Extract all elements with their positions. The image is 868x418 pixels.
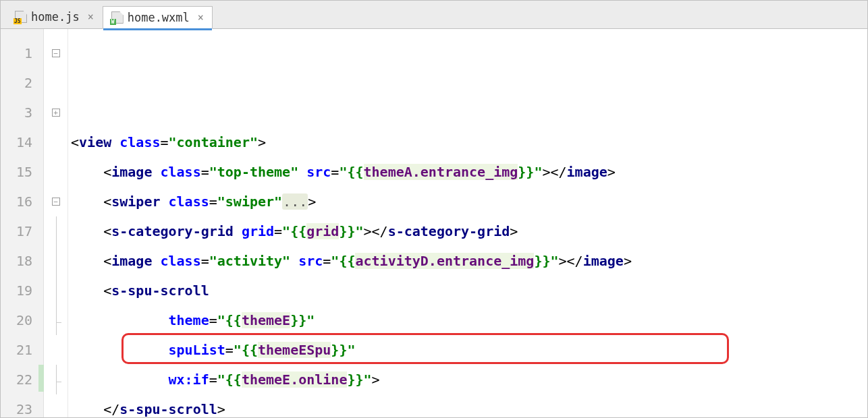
code-line[interactable]: <s-category-grid grid="{{grid}}"></s-cat… bbox=[71, 216, 867, 246]
fold-gutter-spacer bbox=[44, 246, 67, 276]
close-icon[interactable]: × bbox=[88, 11, 94, 23]
fold-end-marker bbox=[44, 305, 67, 335]
token-tag: s-category-grid bbox=[111, 223, 242, 239]
fold-gutter-spacer bbox=[44, 68, 67, 98]
code-area[interactable]: <view class="container"> <image class="t… bbox=[68, 29, 867, 417]
token-punct: = bbox=[201, 253, 209, 269]
token-br: > bbox=[559, 253, 567, 269]
fold-gutter-spacer bbox=[44, 335, 67, 365]
token-tag: image bbox=[111, 164, 160, 180]
line-number: 1 bbox=[1, 38, 32, 68]
wxml-file-icon: W bbox=[111, 11, 124, 24]
token-attr: src bbox=[306, 164, 331, 180]
token-str: }}" bbox=[290, 312, 315, 328]
token-str: }}" bbox=[518, 164, 542, 180]
fold-toggle[interactable]: − bbox=[44, 187, 67, 216]
editor-area: 12314151617181920212223 −+− <view class=… bbox=[1, 29, 867, 417]
line-number: 18 bbox=[1, 246, 32, 276]
fold-collapse-icon[interactable]: − bbox=[52, 49, 60, 57]
token-str: "activity" bbox=[209, 253, 298, 269]
code-line[interactable]: theme="{{themeE}}" bbox=[71, 305, 867, 335]
token-punct: = bbox=[274, 223, 282, 239]
close-icon[interactable]: × bbox=[198, 11, 204, 24]
line-number: 16 bbox=[1, 187, 32, 216]
token-br: > bbox=[364, 223, 372, 239]
token-tag: s-spu-scroll bbox=[111, 282, 209, 299]
token-punct: = bbox=[331, 164, 339, 180]
line-number: 15 bbox=[1, 157, 32, 187]
token-str: }}" bbox=[534, 253, 558, 269]
token-attr: theme bbox=[169, 312, 209, 328]
line-number: 22 bbox=[1, 365, 32, 394]
fold-gutter-spacer bbox=[44, 276, 67, 305]
token-punct: = bbox=[209, 312, 217, 328]
fold-gutter-spacer bbox=[44, 394, 67, 418]
line-number: 19 bbox=[1, 276, 32, 305]
token-attr: grid bbox=[242, 223, 274, 239]
token-br: < bbox=[103, 164, 111, 180]
token-br: > bbox=[372, 371, 380, 388]
token-br: > bbox=[624, 253, 632, 269]
token-attr: class bbox=[160, 253, 200, 269]
line-number: 20 bbox=[1, 305, 32, 335]
token-br: < bbox=[103, 193, 111, 210]
fold-toggle[interactable]: + bbox=[44, 98, 67, 127]
token-br: < bbox=[103, 282, 111, 299]
token-expr: themeE.online bbox=[242, 371, 348, 388]
token-punct: = bbox=[160, 134, 168, 150]
token-str: "swiper" bbox=[217, 193, 282, 210]
token-punct: = bbox=[209, 371, 217, 388]
token-tag: swiper bbox=[111, 193, 168, 210]
tab-bar: JShome.js×Whome.wxml× bbox=[1, 1, 867, 29]
fold-end-marker bbox=[44, 365, 67, 394]
change-marker bbox=[38, 365, 44, 392]
token-expr: themeE bbox=[242, 312, 290, 328]
code-line[interactable]: <s-spu-scroll bbox=[71, 276, 867, 305]
token-tag: image bbox=[583, 253, 624, 269]
code-line[interactable]: <image class="top-theme" src="{{themeA.e… bbox=[71, 157, 867, 187]
code-line[interactable]: wx:if="{{themeE.online}}"> bbox=[71, 365, 867, 394]
token-br: > bbox=[607, 164, 616, 180]
token-attr: class bbox=[160, 164, 200, 180]
tab-home-js[interactable]: JShome.js× bbox=[6, 5, 103, 28]
token-br: </ bbox=[567, 253, 583, 269]
code-line[interactable]: </s-spu-scroll> bbox=[71, 394, 867, 418]
token-br: </ bbox=[103, 401, 119, 417]
token-str: "{{ bbox=[282, 223, 306, 239]
tab-home-wxml[interactable]: Whome.wxml× bbox=[103, 6, 213, 29]
token-br: < bbox=[103, 253, 111, 269]
code-line[interactable]: <image class="activity" src="{{activityD… bbox=[71, 246, 867, 276]
code-line[interactable]: <view class="container"> bbox=[71, 127, 867, 157]
token-br: > bbox=[308, 193, 316, 210]
token-punct: = bbox=[209, 193, 217, 210]
token-expr: themeA.entrance_img bbox=[364, 164, 518, 180]
line-number-gutter: 12314151617181920212223 bbox=[1, 29, 44, 417]
token-br: < bbox=[103, 223, 111, 239]
token-br: </ bbox=[372, 223, 388, 239]
token-str: "{{ bbox=[217, 312, 242, 328]
tab-label: home.wxml bbox=[128, 11, 190, 24]
token-attr: wx:if bbox=[169, 371, 209, 388]
token-tag: s-spu-scroll bbox=[119, 401, 217, 417]
token-str: "{{ bbox=[217, 371, 242, 388]
fold-collapse-icon[interactable]: − bbox=[52, 198, 60, 206]
line-number: 14 bbox=[1, 127, 32, 157]
token-str: "top-theme" bbox=[209, 164, 307, 180]
token-tag: view bbox=[79, 134, 119, 150]
tab-label: home.js bbox=[31, 10, 80, 24]
fold-gutter-spacer bbox=[44, 157, 67, 187]
token-tag: s-category-grid bbox=[388, 223, 510, 239]
fold-expand-icon[interactable]: + bbox=[52, 109, 60, 117]
fold-toggle[interactable]: − bbox=[44, 38, 67, 68]
token-str: }}" bbox=[347, 371, 371, 388]
token-fold: ... bbox=[282, 193, 308, 210]
code-line[interactable]: <swiper class="swiper"...> bbox=[71, 187, 867, 216]
token-str: }}" bbox=[339, 223, 363, 239]
token-punct: = bbox=[323, 253, 331, 269]
token-str: "{{ bbox=[331, 253, 355, 269]
line-number: 3 bbox=[1, 98, 32, 127]
token-br: > bbox=[542, 164, 550, 180]
token-expr: grid bbox=[306, 223, 339, 239]
token-br: > bbox=[217, 401, 225, 417]
token-br: < bbox=[71, 134, 79, 150]
